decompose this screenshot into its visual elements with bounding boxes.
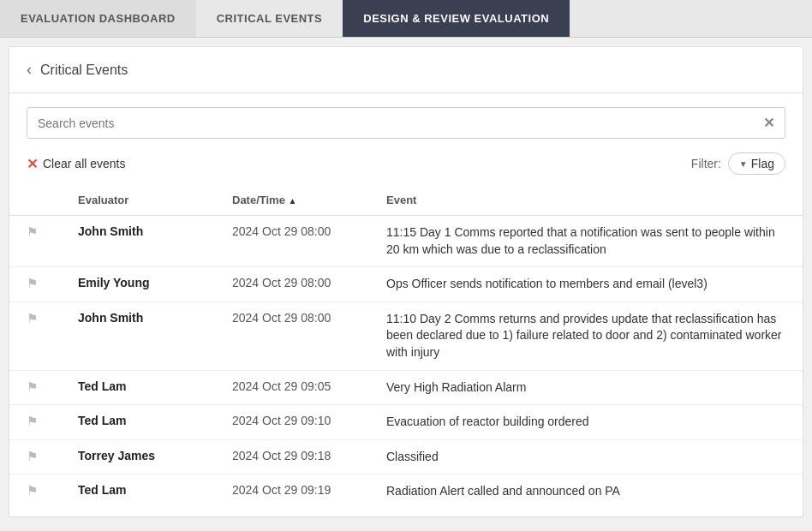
evaluator-name: Emily Young: [78, 276, 150, 289]
event-cell: Very High Radiation Alarm: [369, 370, 803, 405]
flag-cell[interactable]: ⚑: [9, 439, 61, 474]
search-clear-icon[interactable]: ✕: [763, 115, 774, 131]
evaluator-name: Ted Lam: [78, 414, 127, 427]
event-text: 11:10 Day 2 Comms returns and provides u…: [386, 312, 782, 359]
evaluator-cell: Torrey James: [61, 439, 215, 474]
back-icon[interactable]: ‹: [27, 61, 32, 79]
event-cell: Classified: [369, 439, 803, 474]
table-container: Evaluator Date/Time ▲ Event ⚑ John Smith…: [9, 185, 803, 500]
evaluator-name: Torrey James: [78, 449, 155, 462]
event-text: Evacuation of reactor building ordered: [386, 415, 589, 428]
event-cell: 11:10 Day 2 Comms returns and provides u…: [369, 301, 803, 370]
table-row: ⚑ John Smith 2024 Oct 29 08:00 11:15 Day…: [9, 216, 803, 267]
datetime-text: 2024 Oct 29 08:00: [232, 276, 331, 289]
table-row: ⚑ Emily Young 2024 Oct 29 08:00 Ops Offi…: [9, 267, 803, 302]
evaluator-cell: Emily Young: [61, 267, 215, 302]
page-title: Critical Events: [40, 63, 128, 78]
clear-all-button[interactable]: ✕ Clear all events: [27, 156, 126, 172]
flag-cell[interactable]: ⚑: [9, 370, 61, 405]
search-box: ✕: [27, 107, 785, 139]
event-text: Ops Officer sends notification to member…: [386, 277, 708, 290]
col-header-evaluator: Evaluator: [61, 185, 215, 216]
flag-cell[interactable]: ⚑: [9, 405, 61, 440]
col-header-flag: [9, 185, 61, 216]
flag-cell[interactable]: ⚑: [9, 474, 61, 500]
search-section: ✕: [9, 93, 803, 146]
col-header-event: Event: [369, 185, 803, 216]
event-cell: Ops Officer sends notification to member…: [369, 267, 803, 302]
evaluator-cell: John Smith: [61, 301, 215, 370]
evaluator-cell: Ted Lam: [61, 370, 215, 405]
filter-btn-label: Flag: [751, 157, 774, 170]
sort-arrow-icon: ▲: [289, 196, 297, 206]
evaluator-cell: Ted Lam: [61, 405, 215, 440]
datetime-cell: 2024 Oct 29 09:18: [215, 439, 369, 474]
datetime-text: 2024 Oct 29 08:00: [232, 311, 331, 325]
event-cell: Evacuation of reactor building ordered: [369, 405, 803, 440]
filter-flag-button[interactable]: ▼ Flag: [728, 152, 785, 175]
evaluator-name: John Smith: [78, 311, 143, 325]
datetime-text: 2024 Oct 29 09:19: [232, 483, 331, 497]
evaluator-name: Ted Lam: [78, 379, 127, 393]
filter-arrow-icon: ▼: [739, 159, 748, 169]
event-text: Radiation Alert called and announced on …: [386, 484, 620, 498]
datetime-text: 2024 Oct 29 08:00: [232, 224, 331, 238]
events-table: Evaluator Date/Time ▲ Event ⚑ John Smith…: [9, 185, 803, 500]
flag-cell[interactable]: ⚑: [9, 216, 61, 267]
event-text: Very High Radiation Alarm: [386, 380, 526, 394]
clear-x-icon: ✕: [27, 156, 38, 172]
flag-icon: ⚑: [27, 379, 38, 394]
flag-icon: ⚑: [27, 414, 38, 428]
datetime-text: 2024 Oct 29 09:05: [232, 379, 331, 393]
table-row: ⚑ John Smith 2024 Oct 29 08:00 11:10 Day…: [9, 301, 803, 370]
nav-item-design-review[interactable]: DESIGN & REVIEW EVALUATION: [343, 0, 570, 37]
datetime-cell: 2024 Oct 29 08:00: [215, 216, 369, 267]
top-navigation: EVALUATION DASHBOARDCRITICAL EVENTSDESIG…: [0, 0, 812, 38]
flag-icon: ⚑: [27, 311, 38, 325]
flag-icon: ⚑: [27, 483, 38, 498]
event-text: 11:15 Day 1 Comms reported that a notifi…: [386, 225, 775, 256]
search-input[interactable]: [38, 116, 763, 130]
nav-item-critical-events[interactable]: CRITICAL EVENTS: [196, 0, 343, 37]
flag-icon: ⚑: [27, 276, 38, 290]
flag-cell[interactable]: ⚑: [9, 301, 61, 370]
table-row: ⚑ Ted Lam 2024 Oct 29 09:19 Radiation Al…: [9, 474, 803, 500]
datetime-cell: 2024 Oct 29 09:05: [215, 370, 369, 405]
main-panel: ‹ Critical Events ✕ ✕ Clear all events F…: [9, 46, 803, 517]
evaluator-name: John Smith: [78, 224, 143, 238]
datetime-cell: 2024 Oct 29 08:00: [215, 267, 369, 302]
datetime-text: 2024 Oct 29 09:10: [232, 414, 331, 427]
datetime-cell: 2024 Oct 29 09:19: [215, 474, 369, 500]
actions-bar: ✕ Clear all events Filter: ▼ Flag: [9, 146, 803, 185]
table-row: ⚑ Ted Lam 2024 Oct 29 09:05 Very High Ra…: [9, 370, 803, 405]
page-header: ‹ Critical Events: [9, 47, 803, 93]
flag-icon: ⚑: [27, 449, 38, 463]
datetime-text: 2024 Oct 29 09:18: [232, 449, 331, 462]
nav-item-evaluation-dashboard[interactable]: EVALUATION DASHBOARD: [0, 0, 196, 37]
table-body: ⚑ John Smith 2024 Oct 29 08:00 11:15 Day…: [9, 216, 803, 501]
table-header: Evaluator Date/Time ▲ Event: [9, 185, 803, 216]
evaluator-cell: Ted Lam: [61, 474, 215, 500]
table-row: ⚑ Ted Lam 2024 Oct 29 09:10 Evacuation o…: [9, 405, 803, 440]
evaluator-name: Ted Lam: [78, 483, 127, 497]
datetime-cell: 2024 Oct 29 08:00: [215, 301, 369, 370]
datetime-cell: 2024 Oct 29 09:10: [215, 405, 369, 440]
evaluator-cell: John Smith: [61, 216, 215, 267]
event-cell: 11:15 Day 1 Comms reported that a notifi…: [369, 216, 803, 267]
table-row: ⚑ Torrey James 2024 Oct 29 09:18 Classif…: [9, 439, 803, 474]
flag-cell[interactable]: ⚑: [9, 267, 61, 302]
clear-all-label: Clear all events: [43, 157, 126, 170]
col-header-datetime[interactable]: Date/Time ▲: [215, 185, 369, 216]
filter-label: Filter:: [691, 157, 721, 170]
flag-icon: ⚑: [27, 224, 38, 239]
event-text: Classified: [386, 450, 439, 463]
filter-section: Filter: ▼ Flag: [691, 152, 785, 175]
event-cell: Radiation Alert called and announced on …: [369, 474, 803, 500]
